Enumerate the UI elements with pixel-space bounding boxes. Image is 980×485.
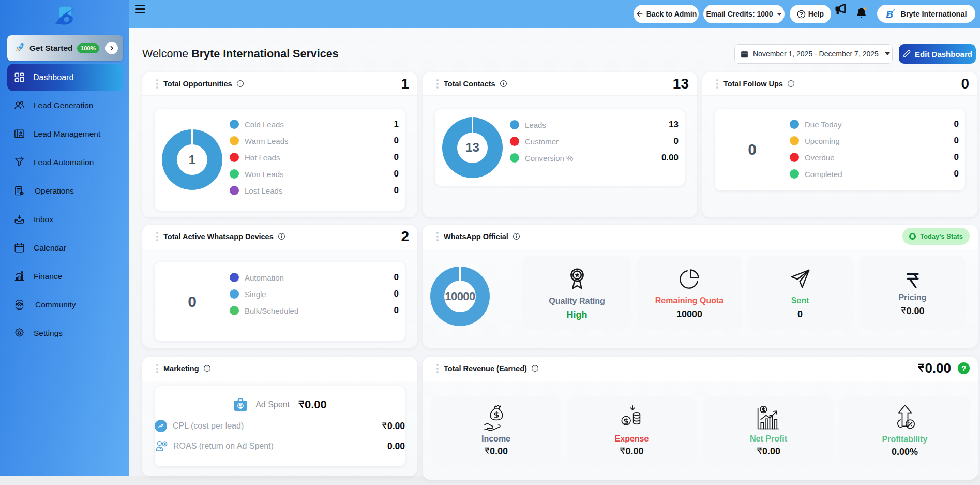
svg-text:$: $ [239,403,242,409]
